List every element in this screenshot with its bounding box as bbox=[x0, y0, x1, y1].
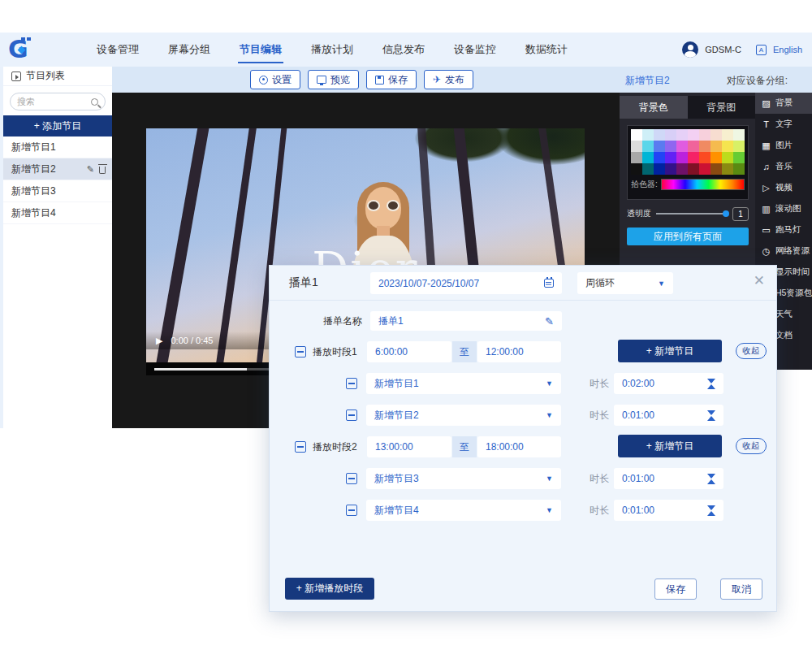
add-playback-section-button[interactable]: + 新增播放时段 bbox=[285, 578, 374, 600]
section1-end-time[interactable]: 12:00:00 bbox=[477, 341, 561, 362]
repeat-mode-select[interactable]: 周循环 ▼ bbox=[577, 272, 673, 294]
color-swatch[interactable] bbox=[733, 129, 745, 141]
nav-item-2[interactable]: 屏幕分组 bbox=[165, 32, 214, 67]
rail-item-video[interactable]: ▷视频 bbox=[755, 177, 812, 198]
color-swatch[interactable] bbox=[688, 152, 699, 163]
trash-icon[interactable] bbox=[99, 167, 106, 174]
color-swatch[interactable] bbox=[722, 152, 733, 163]
add-program-button[interactable]: + 添加节目 bbox=[3, 115, 112, 136]
program-select[interactable]: 新增节目2 ▼ bbox=[366, 405, 561, 426]
save-button[interactable]: 保存 bbox=[366, 70, 417, 89]
program-list-item[interactable]: 新增节目1 bbox=[3, 136, 112, 158]
search-icon[interactable] bbox=[91, 98, 98, 106]
color-swatch[interactable] bbox=[710, 141, 722, 152]
nav-item-7[interactable]: 数据统计 bbox=[522, 32, 571, 67]
color-swatch[interactable] bbox=[654, 152, 665, 163]
color-swatch[interactable] bbox=[699, 152, 710, 163]
user-name[interactable]: GDSM-C bbox=[705, 45, 741, 54]
add-program-to-section-button[interactable]: + 新增节目 bbox=[618, 340, 722, 362]
nav-item-5[interactable]: 信息发布 bbox=[379, 32, 428, 67]
duration-input[interactable]: 0:01:00 bbox=[614, 500, 723, 521]
close-icon[interactable]: ✕ bbox=[754, 274, 765, 288]
play-icon[interactable]: ▶ bbox=[156, 336, 162, 346]
nav-item-4[interactable]: 播放计划 bbox=[308, 32, 356, 67]
date-range-input[interactable]: 2023/10/07-2025/10/07 bbox=[370, 272, 562, 294]
color-picker-bar[interactable] bbox=[661, 179, 745, 190]
program-list-item[interactable]: 新增节目2✎ bbox=[3, 158, 112, 180]
section1-start-time[interactable]: 6:00:00 bbox=[367, 341, 451, 362]
user-avatar[interactable] bbox=[682, 41, 698, 58]
color-swatch[interactable] bbox=[676, 129, 688, 141]
nav-item-1[interactable]: 设备管理 bbox=[93, 32, 142, 67]
remove-item-icon[interactable] bbox=[346, 473, 357, 484]
edit-pencil-icon[interactable]: ✎ bbox=[87, 164, 94, 175]
rail-item-scroll[interactable]: ▥滚动图 bbox=[755, 198, 812, 219]
publish-button[interactable]: ✈发布 bbox=[424, 70, 473, 89]
remove-section-icon[interactable] bbox=[295, 346, 306, 358]
settings-button[interactable]: 设置 bbox=[250, 70, 300, 89]
color-swatch[interactable] bbox=[699, 141, 710, 152]
color-swatch[interactable] bbox=[654, 163, 665, 175]
duration-input[interactable]: 0:02:00 bbox=[614, 373, 723, 394]
color-swatch[interactable] bbox=[654, 129, 665, 141]
program-select[interactable]: 新增节目3 ▼ bbox=[366, 468, 561, 489]
modal-cancel-button[interactable]: 取消 bbox=[720, 578, 762, 600]
color-swatch[interactable] bbox=[688, 129, 699, 141]
rail-item-music[interactable]: ♫音乐 bbox=[755, 156, 812, 177]
color-swatch[interactable] bbox=[642, 141, 654, 152]
program-list-item[interactable]: 新增节目3 bbox=[3, 180, 112, 202]
color-swatch[interactable] bbox=[722, 141, 733, 152]
color-swatch[interactable] bbox=[631, 152, 642, 163]
color-swatch[interactable] bbox=[642, 152, 654, 163]
calendar-icon[interactable] bbox=[544, 279, 554, 288]
program-list-item[interactable]: 新增节目4 bbox=[3, 202, 112, 224]
color-swatch[interactable] bbox=[710, 163, 722, 175]
color-swatch[interactable] bbox=[676, 141, 688, 152]
rail-item-image[interactable]: ▦图片 bbox=[755, 135, 812, 156]
color-swatch[interactable] bbox=[642, 163, 654, 175]
color-swatch[interactable] bbox=[665, 129, 676, 141]
opacity-slider[interactable] bbox=[656, 213, 728, 214]
tab-background-image[interactable]: 背景图 bbox=[688, 96, 756, 119]
color-swatch[interactable] bbox=[699, 129, 710, 141]
color-swatch[interactable] bbox=[654, 141, 665, 152]
color-swatch[interactable] bbox=[710, 152, 722, 163]
edit-pencil-icon[interactable]: ✎ bbox=[545, 315, 554, 327]
remove-item-icon[interactable] bbox=[346, 505, 357, 516]
section2-end-time[interactable]: 18:00:00 bbox=[477, 436, 561, 457]
nav-item-3[interactable]: 节目编辑 bbox=[236, 32, 285, 67]
color-swatch[interactable] bbox=[688, 163, 699, 175]
rail-item-text[interactable]: T文字 bbox=[755, 114, 812, 135]
remove-item-icon[interactable] bbox=[346, 378, 357, 389]
color-swatch[interactable] bbox=[631, 163, 642, 175]
section2-start-time[interactable]: 13:00:00 bbox=[367, 436, 451, 457]
add-program-to-section-button[interactable]: + 新增节目 bbox=[618, 435, 722, 457]
color-swatch[interactable] bbox=[722, 163, 733, 175]
color-swatch[interactable] bbox=[665, 163, 676, 175]
collapse-button[interactable]: 收起 bbox=[736, 343, 767, 359]
opacity-value[interactable]: 1 bbox=[732, 207, 749, 221]
rail-item-network[interactable]: ◷网络资源 bbox=[755, 240, 812, 262]
color-swatch[interactable] bbox=[665, 141, 676, 152]
color-swatch[interactable] bbox=[710, 129, 722, 141]
modal-save-button[interactable]: 保存 bbox=[654, 578, 697, 600]
language-switch[interactable]: English bbox=[773, 45, 802, 54]
playlist-name-input[interactable]: 播单1 ✎ bbox=[370, 311, 562, 331]
color-swatch[interactable] bbox=[665, 152, 676, 163]
color-swatch[interactable] bbox=[722, 129, 733, 141]
color-swatch[interactable] bbox=[733, 141, 745, 152]
rail-item-marquee[interactable]: ▭跑马灯 bbox=[755, 219, 812, 240]
color-swatch[interactable] bbox=[642, 129, 654, 141]
color-swatch[interactable] bbox=[733, 163, 745, 175]
remove-section-icon[interactable] bbox=[295, 441, 306, 453]
program-select[interactable]: 新增节目4 ▼ bbox=[366, 500, 561, 521]
hourglass-icon[interactable] bbox=[707, 474, 715, 484]
collapse-button[interactable]: 收起 bbox=[736, 438, 767, 454]
duration-input[interactable]: 0:01:00 bbox=[614, 468, 723, 489]
tab-background-color[interactable]: 背景色 bbox=[620, 96, 688, 119]
search-input[interactable] bbox=[17, 97, 91, 106]
search-box[interactable] bbox=[10, 93, 106, 110]
color-swatch[interactable] bbox=[631, 141, 642, 152]
slider-thumb[interactable] bbox=[723, 210, 729, 217]
color-swatch[interactable] bbox=[733, 152, 745, 163]
